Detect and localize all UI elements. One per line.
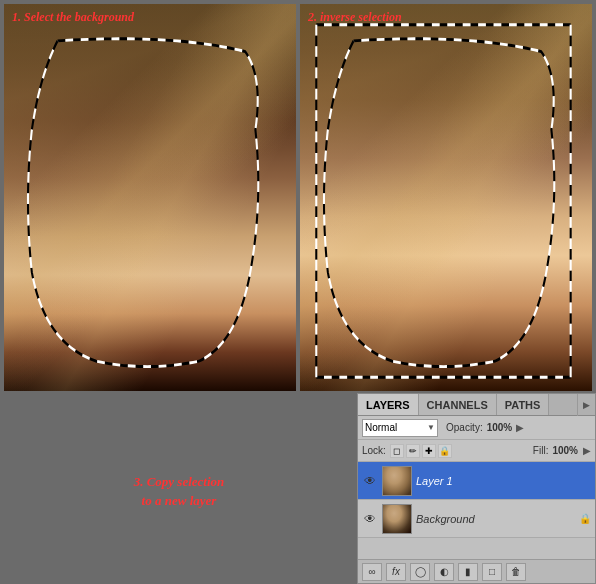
toolbar-new-btn[interactable]: □ — [482, 563, 502, 581]
toolbar-mask-btn[interactable]: ◯ — [410, 563, 430, 581]
lock-transparent-btn[interactable]: ◻ — [390, 444, 404, 458]
photo-label-right: 2. inverse selection — [308, 10, 402, 25]
fill-value[interactable]: 100% — [552, 445, 578, 456]
main-canvas: 1. Select the background 2. inverse sele… — [0, 0, 596, 584]
blend-mode-select[interactable]: Normal ▼ — [362, 419, 438, 437]
layer-name-background: Background — [416, 513, 575, 525]
layer-lock-icon-background: 🔒 — [579, 512, 591, 526]
toolbar-link-btn[interactable]: ∞ — [362, 563, 382, 581]
photo-panel-right: 2. inverse selection — [300, 4, 592, 391]
layer-name-layer1: Layer 1 — [416, 475, 591, 487]
lock-all-btn[interactable]: 🔒 — [438, 444, 452, 458]
step3-area: 3. Copy selection to a new layer — [0, 399, 358, 584]
panel-blend-row: Normal ▼ Opacity: 100% ▶ — [358, 416, 595, 440]
toolbar-group-btn[interactable]: ▮ — [458, 563, 478, 581]
layer-thumb-layer1 — [382, 466, 412, 496]
tab-channels[interactable]: CHANNELS — [419, 394, 497, 415]
tab-layers[interactable]: LAYERS — [358, 394, 419, 415]
layer-item-layer1[interactable]: 👁 Layer 1 — [358, 462, 595, 500]
opacity-value[interactable]: 100% — [487, 422, 513, 433]
toolbar-delete-btn[interactable]: 🗑 — [506, 563, 526, 581]
blend-arrow-icon: ▼ — [427, 423, 435, 432]
panel-tabs: LAYERS CHANNELS PATHS ▶ — [358, 394, 595, 416]
layer-eye-layer1[interactable]: 👁 — [362, 473, 378, 489]
toolbar-fx-btn[interactable]: fx — [386, 563, 406, 581]
lock-image-btn[interactable]: ✏ — [406, 444, 420, 458]
lock-position-btn[interactable]: ✚ — [422, 444, 436, 458]
photo-label-left: 1. Select the background — [12, 10, 134, 25]
layer-item-background[interactable]: 👁 Background 🔒 — [358, 500, 595, 538]
opacity-arrow-icon[interactable]: ▶ — [516, 422, 524, 433]
panel-lock-row: Lock: ◻ ✏ ✚ 🔒 Fill: 100% ▶ — [358, 440, 595, 462]
photo-sim-right — [300, 4, 592, 391]
layer-thumb-background — [382, 504, 412, 534]
fill-arrow-icon[interactable]: ▶ — [583, 445, 591, 456]
photo-sim-left — [4, 4, 296, 391]
step3-text: 3. Copy selection to a new layer — [134, 473, 225, 509]
hair-layer-right — [300, 4, 592, 391]
layer-eye-background[interactable]: 👁 — [362, 511, 378, 527]
lock-icons: ◻ ✏ ✚ 🔒 — [390, 444, 452, 458]
panel-menu-icon[interactable]: ▶ — [577, 394, 595, 416]
lock-label: Lock: — [362, 445, 386, 456]
photo-panel-left: 1. Select the background — [4, 4, 296, 391]
layers-panel: LAYERS CHANNELS PATHS ▶ Normal ▼ Opacity… — [357, 393, 596, 584]
toolbar-adjust-btn[interactable]: ◐ — [434, 563, 454, 581]
fill-label: Fill: — [533, 445, 549, 456]
hair-layer-left — [4, 4, 296, 391]
tab-paths[interactable]: PATHS — [497, 394, 550, 415]
opacity-label: Opacity: — [446, 422, 483, 433]
photos-row: 1. Select the background 2. inverse sele… — [0, 0, 596, 395]
panel-toolbar: ∞ fx ◯ ◐ ▮ □ 🗑 — [358, 559, 595, 583]
